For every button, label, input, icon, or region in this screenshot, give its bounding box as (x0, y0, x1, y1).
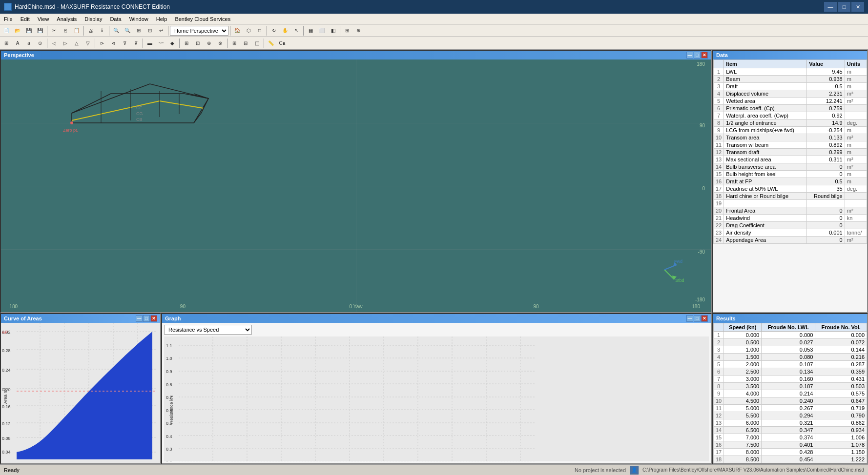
graph-min-btn[interactable]: — (686, 315, 693, 322)
tb2-snap4[interactable]: ⊗ (215, 38, 226, 49)
tb2-snap3[interactable]: ⊕ (204, 38, 214, 49)
copy-btn[interactable]: ⎘ (60, 25, 71, 36)
pan-btn[interactable]: ✋ (280, 25, 290, 36)
menu-edit[interactable]: Edit (17, 15, 34, 23)
results-table-scroll[interactable]: Speed (kn) Froude No. LWL Froude No. Vol… (713, 323, 867, 463)
tb2-btn10[interactable]: ⊲ (108, 38, 119, 49)
curve-min-btn[interactable]: — (136, 315, 143, 322)
menu-help[interactable]: Help (152, 15, 171, 23)
results-row: 18 8.500 0.454 1.222 (714, 456, 867, 463)
zoom-select-btn[interactable]: ⊡ (145, 25, 155, 36)
data-row: 9 LCG from midships(+ve fwd) -0.254 m (714, 127, 867, 134)
tb2-contour[interactable]: 〰 (156, 38, 166, 49)
tb2-view4[interactable]: ◫ (251, 38, 262, 49)
data-panel: Data Item Value Units 1 LWL 9.45 m (712, 50, 868, 313)
persp-btn[interactable]: ⬡ (243, 25, 254, 36)
tb2-btn5[interactable]: ◁ (49, 38, 60, 49)
graph-close-btn[interactable]: ✕ (701, 315, 708, 322)
svg-text:0.24: 0.24 (2, 368, 11, 373)
minimize-button[interactable]: — (824, 2, 837, 12)
render-btn[interactable]: ▦ (305, 25, 316, 36)
menu-analysis[interactable]: Analysis (53, 15, 81, 23)
view-dropdown[interactable]: Home Perspective Top Side Front (170, 26, 228, 36)
perspective-viewport[interactable]: 180 90 0 -90 -180 -180 -90 0 Yaw 90 180 (1, 59, 711, 312)
data-row: 14 Bulb transverse area 0 m² (714, 163, 867, 171)
menu-data[interactable]: Data (106, 15, 125, 23)
tb2-marker[interactable]: ◆ (167, 38, 178, 49)
tb2-btn8[interactable]: ▽ (83, 38, 93, 49)
curve-title-text: Curve of Areas (4, 316, 42, 321)
svg-text:Area m²: Area m² (3, 388, 8, 404)
zoom-out-btn[interactable]: 🔍 (122, 25, 133, 36)
perspective-restore-btn[interactable]: □ (694, 52, 701, 59)
status-no-project: No project is selected (575, 467, 626, 473)
tb2-btn1[interactable]: ⊞ (1, 38, 12, 49)
tb2-btn2[interactable]: A (12, 38, 23, 49)
tb2-snap2[interactable]: ⊡ (192, 38, 203, 49)
toolbar-1: 📄 📂 💾 💾 ✂ ⎘ 📋 🖨 ℹ 🔍 🔍 ⊞ ⊡ ↩ Home Perspec… (0, 24, 868, 37)
menu-display[interactable]: Display (81, 15, 106, 23)
print-btn[interactable]: 🖨 (85, 25, 96, 36)
tb2-btn11[interactable]: ⊽ (119, 38, 130, 49)
user-icon-btn[interactable]: 👤 (630, 466, 639, 475)
title-bar: HardChine.msd - MAXSURF Resistance CONNE… (0, 0, 868, 14)
tb2-snap1[interactable]: ⊞ (181, 38, 192, 49)
perspective-close-btn[interactable]: ✕ (701, 52, 708, 59)
menu-bentley[interactable]: Bentley Cloud Services (171, 15, 234, 23)
menu-view[interactable]: View (34, 15, 53, 23)
tb2-btn12[interactable]: ⊼ (130, 38, 141, 49)
menu-window[interactable]: Window (125, 15, 152, 23)
svg-text:0.16: 0.16 (2, 404, 11, 409)
open-btn[interactable]: 📂 (12, 25, 23, 36)
grid-btn[interactable]: ⊞ (342, 25, 352, 36)
right-area: Data Item Value Units 1 LWL 9.45 m (712, 50, 868, 464)
shaded-btn[interactable]: ◧ (328, 25, 338, 36)
tb2-btn4[interactable]: ⊙ (35, 38, 45, 49)
zoom-prev-btn[interactable]: ↩ (156, 25, 166, 36)
paste-btn[interactable]: 📋 (71, 25, 82, 36)
cut-btn[interactable]: ✂ (49, 25, 60, 36)
zoom-fit-btn[interactable]: ⊞ (133, 25, 144, 36)
save-btn[interactable]: 💾 (23, 25, 34, 36)
zoom-in-btn[interactable]: 🔍 (111, 25, 122, 36)
curve-restore-btn[interactable]: □ (143, 315, 150, 322)
data-table-body: 1 LWL 9.45 m 2 Beam 0.938 m 3 Draft 0.5 … (714, 68, 867, 244)
ortho-btn[interactable]: □ (254, 25, 265, 36)
data-table-scroll[interactable]: Item Value Units 1 LWL 9.45 m 2 Beam 0.9… (713, 59, 867, 312)
info-btn[interactable]: ℹ (97, 25, 107, 36)
graph-restore-btn[interactable]: □ (694, 315, 701, 322)
svg-text:0.4: 0.4 (166, 434, 172, 439)
tb2-view3[interactable]: ⊟ (240, 38, 251, 49)
graph-dropdown[interactable]: Resistance vs Speed Resistance vs Froude… (164, 325, 252, 335)
data-col-item: Item (724, 60, 807, 68)
perspective-minimize-btn[interactable]: — (686, 52, 693, 59)
data-row: 3 Draft 0.5 m (714, 83, 867, 90)
save-as-btn[interactable]: 💾 (35, 25, 45, 36)
x-axis-mid-right: 90 (534, 304, 539, 309)
data-row: 6 Prismatic coeff. (Cp) 0.759 (714, 105, 867, 112)
tb2-btn7[interactable]: △ (71, 38, 82, 49)
data-row: 7 Waterpl. area coeff. (Cwp) 0.92 (714, 112, 867, 119)
svg-text:AP: AP (2, 330, 8, 335)
tb2-btn9[interactable]: ⊳ (97, 38, 107, 49)
curve-chart-svg: 0.32 AP 0.28 0.24 0.20 0.16 0.12 0.08 0.… (1, 323, 160, 463)
new-btn[interactable]: 📄 (1, 25, 12, 36)
tb2-cb[interactable]: Cʙ (277, 38, 288, 49)
rotate-btn[interactable]: ↻ (269, 25, 279, 36)
menu-file[interactable]: File (0, 15, 17, 23)
data-col-units: Units (845, 60, 867, 68)
tb2-surface[interactable]: ▬ (145, 38, 155, 49)
window-title: HardChine.msd - MAXSURF Resistance CONNE… (15, 3, 824, 10)
maximize-button[interactable]: □ (838, 2, 850, 12)
tb2-btn6[interactable]: ▷ (60, 38, 71, 49)
wire-btn[interactable]: ⬜ (316, 25, 327, 36)
toolbar-2: ⊞ A a ⊙ ◁ ▷ △ ▽ ⊳ ⊲ ⊽ ⊼ ▬ 〰 ◆ ⊞ ⊡ ⊕ ⊗ ⊞ … (0, 37, 868, 50)
tb2-btn3[interactable]: a (23, 38, 34, 49)
curve-close-btn[interactable]: ✕ (150, 315, 157, 322)
tb2-measure[interactable]: 📏 (266, 38, 276, 49)
axis-btn[interactable]: ⊕ (353, 25, 364, 36)
select-btn[interactable]: ↖ (291, 25, 302, 36)
home-btn[interactable]: 🏠 (232, 25, 243, 36)
tb2-frame[interactable]: ⊞ (229, 38, 240, 49)
close-button[interactable]: ✕ (851, 2, 864, 12)
